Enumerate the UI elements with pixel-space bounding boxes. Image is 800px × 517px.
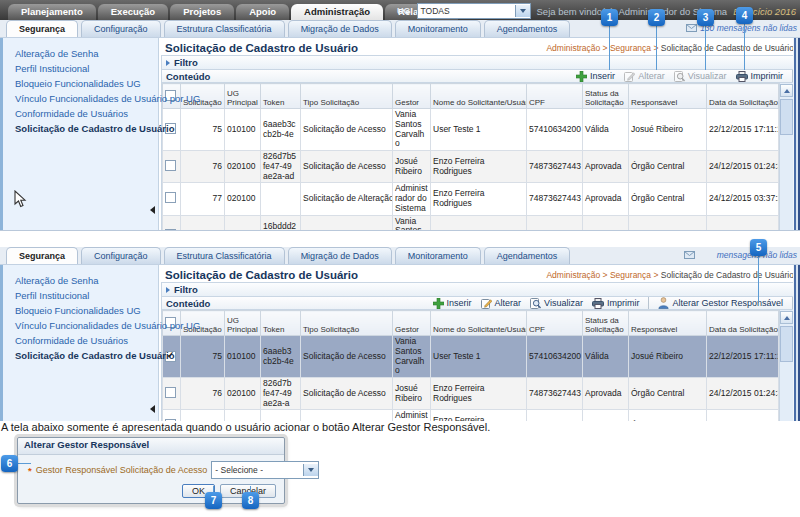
main-area: Solicitação de Cadastro de Usuário Admin… [158,38,800,231]
filter-bar[interactable]: Filtro [161,55,798,70]
unread-messages-note-2[interactable]: mensagens não lidas [684,250,797,260]
toolbar-button-label: Imprimir [607,298,640,308]
cell-data: 24/12/2015 03:37:23 [707,410,779,421]
ug-select[interactable]: TODAS [417,3,531,19]
tab-migracaodedados[interactable]: Migração de Dados [288,20,392,37]
toolbar-2: InserirAlterarVisualizarImprimirAlterar … [433,297,793,309]
row-checkbox[interactable] [165,387,176,398]
table-row[interactable]: 8416bddd2 c8b5-45 d101b4Solicitação de A… [163,215,779,231]
cell-gestor: Administrador do Sistema [393,410,431,421]
main-area-2: Solicitação de Cadastro de Usuário Admin… [158,265,800,421]
column-header-nome: Nome do Solicitante/Usuário [431,84,527,109]
sidebar-item-perfil-institucional[interactable]: Perfil Institucional [3,288,158,303]
table-row[interactable]: 750101006aaeb3 cb2b-4eSolicitação de Ace… [163,336,779,378]
cell-nome: User Teste 1 [431,336,527,378]
menu-tab-administracao[interactable]: Administração [291,4,383,20]
toolbar-button-label: Inserir [590,71,615,81]
table-scrollbar[interactable] [779,83,793,231]
imprimir-button[interactable]: Imprimir [592,298,640,309]
insert-icon [433,298,444,309]
alterar-button[interactable]: Alterar [481,298,522,309]
tab-seguranca[interactable]: Segurança [6,20,78,37]
inserir-button[interactable]: Inserir [576,71,615,82]
filter-label: Filtro [174,57,198,68]
tab-estruturaclassificatoria[interactable]: Estrutura Classificatória [164,247,285,264]
filter-label-2: Filtro [174,284,198,295]
top-menu-bar: PlanejamentoExecuçãoProjetosApoioAdminis… [0,0,800,20]
row-checkbox[interactable] [165,192,176,203]
menu-tab-projetos[interactable]: Projetos [170,4,234,20]
sidebar-item-solicitac-a-o-de-cadastro-de-usua-rio[interactable]: Solicitação de Cadastro de Usuário [3,348,158,363]
scrollbar-thumb[interactable] [780,99,793,135]
chevron-down-icon[interactable] [515,5,530,17]
scrollbar-thumb[interactable] [780,326,793,362]
cell-status: Aprovada [583,378,629,410]
cell-responsavel: Órgão Central [629,151,707,183]
tab-seguranca[interactable]: Segurança [6,247,78,264]
cell-responsavel: Órgão Central [629,378,707,410]
menu-tab-execucao[interactable]: Execução [98,4,168,20]
tab-migracaodedados[interactable]: Migração de Dados [288,247,392,264]
column-header-status: Status da Solicitação [583,311,629,336]
cell-solicitacao: 75 [181,336,225,378]
table-row[interactable]: 750101006aaeb3c cb2b-4eSolicitação de Ac… [163,109,779,151]
cell-token: 6aaeb3 cb2b-4e [261,336,301,378]
breadcrumb-2: Administração > Segurança > Solicitação … [546,270,794,280]
menu-tab-apoio[interactable]: Apoio [236,4,289,20]
tab-agendamentos[interactable]: Agendamentos [484,247,571,264]
cell-status: Excluída [583,215,629,231]
sidebar-item-vi-nculo-funcionalidades-de-usua-rio-por-ug[interactable]: Vínculo Funcionalidades de Usuário por U… [3,91,158,106]
envelope-icon [684,251,695,259]
tab-monitoramento[interactable]: Monitoramento [395,247,481,264]
cell-gestor: Vania Santos Carvalho [393,109,431,151]
callout-badge-8: 8 [242,492,259,509]
sidebar-2: Alteração de SenhaPerfil InstitucionalBl… [0,265,158,421]
cell-cpf: 74873627443 [527,410,583,421]
row-checkbox[interactable] [165,160,176,171]
tab-estruturaclassificatoria[interactable]: Estrutura Classificatória [164,20,285,37]
table-row[interactable]: 76020100826d7b5 fe47-49 ae2a-adSolicitaç… [163,151,779,183]
chevron-down-icon[interactable] [303,464,318,476]
breadcrumb-links-2[interactable]: Administração > Segurança > [546,270,660,280]
callout-line [609,26,610,70]
sidebar-collapse-handle[interactable] [150,206,155,214]
scroll-up-icon[interactable] [780,84,793,97]
tab-configuracao[interactable]: Configuração [81,247,161,264]
grid-wrap-2: SolicitaçãoUG PrincipalTokenTipo Solicit… [161,310,798,421]
alterar-gestor-responsa-vel-button[interactable]: Alterar Gestor Responsável [658,297,783,309]
cell-cpf: 74873627443 [527,151,583,183]
sidebar-item-bloqueio-funcionalidades-ug[interactable]: Bloqueio Funcionalidades UG [3,76,158,91]
ug-select-value: TODAS [418,6,450,16]
scroll-up-icon[interactable] [780,311,793,324]
filter-bar-2[interactable]: Filtro [161,282,798,297]
imprimir-button[interactable]: Imprimir [736,71,784,82]
column-header-cpf: CPF [527,311,583,336]
sidebar-item-alterac-a-o-de-senha[interactable]: Alteração de Senha [3,273,158,288]
table-scrollbar-2[interactable] [779,310,793,421]
table-row[interactable]: 76020100826d7b fe47-49 ae2a-aSolicitação… [163,378,779,410]
menu-tab-planejamento[interactable]: Planejamento [8,4,96,20]
content-bar: Conteúdo InserirAlterarVisualizarImprimi… [161,70,798,83]
gestor-select[interactable]: - Selecione - [211,461,319,479]
caption-text: A tela abaixo somente é apresentada quan… [1,421,490,433]
column-header-ug: UG Principal [225,84,261,109]
row-checkbox[interactable] [165,229,176,231]
tab-agendamentos[interactable]: Agendamentos [484,20,571,37]
sidebar-item-bloqueio-funcionalidades-ug[interactable]: Bloqueio Funcionalidades UG [3,303,158,318]
sidebar-item-conformidade-de-usua-rios[interactable]: Conformidade de Usuários [3,333,158,348]
cell-gestor: Administrador do Sistema [393,183,431,215]
tab-configuracao[interactable]: Configuração [81,20,161,37]
inserir-button[interactable]: Inserir [433,298,472,309]
tab-monitoramento[interactable]: Monitoramento [395,20,481,37]
sidebar-item-alterac-a-o-de-senha[interactable]: Alteração de Senha [3,46,158,61]
ug-label: UG [397,6,411,16]
visualizar-button[interactable]: Visualizar [530,298,583,309]
sidebar-item-conformidade-de-usua-rios[interactable]: Conformidade de Usuários [3,106,158,121]
sidebar-item-perfil-institucional[interactable]: Perfil Institucional [3,61,158,76]
table-row[interactable]: 77020100Solicitação de AlteraçãoAdminist… [163,410,779,421]
sidebar-collapse-handle-2[interactable] [150,405,155,413]
breadcrumb-links[interactable]: Administração > Segurança > [546,43,660,53]
table-row[interactable]: 77020100Solicitação de AlteraçãoAdminist… [163,183,779,215]
sidebar-item-vi-nculo-funcionalidades-de-usua-rio-por-ug[interactable]: Vínculo Funcionalidades de Usuário por U… [3,318,158,333]
sidebar-item-solicitac-a-o-de-cadastro-de-usua-rio[interactable]: Solicitação de Cadastro de Usuário [3,121,158,136]
